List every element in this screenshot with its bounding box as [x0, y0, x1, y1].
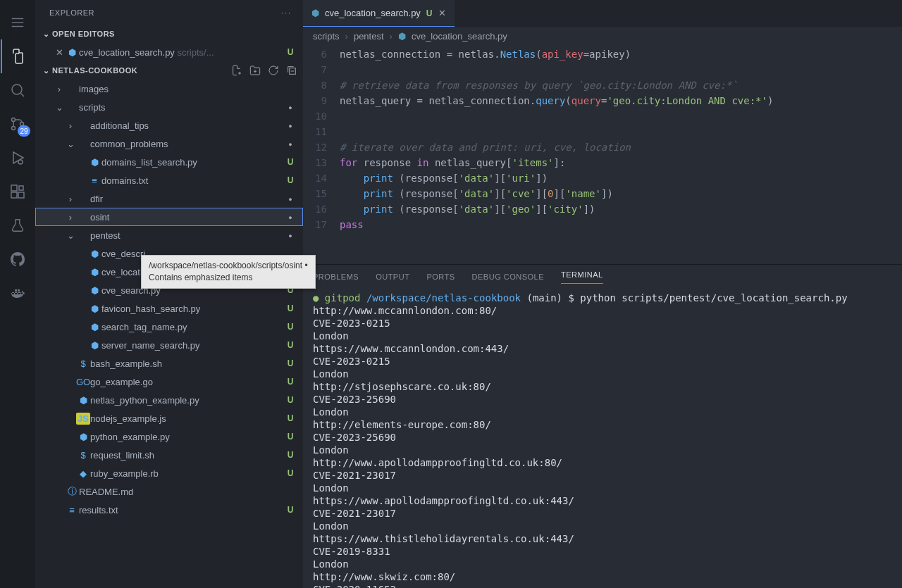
- item-label: bash_example.sh: [90, 358, 285, 369]
- folder-item[interactable]: ›images: [35, 80, 303, 98]
- file-item[interactable]: GOgo_example.goU: [35, 373, 303, 391]
- explorer-title: EXPLORER: [49, 8, 94, 17]
- folder-item[interactable]: ›additional_tips: [35, 116, 303, 135]
- line-number: 14: [303, 170, 340, 186]
- code-line[interactable]: # iterate over data and print: uri, cve,…: [340, 139, 631, 155]
- item-label: python_example.py: [90, 432, 285, 442]
- refresh-icon[interactable]: [268, 65, 279, 76]
- chevron-down-icon: ⌄: [41, 66, 52, 75]
- sidebar-header: EXPLORER ···: [35, 0, 303, 25]
- close-icon[interactable]: ✕: [438, 8, 446, 18]
- more-icon[interactable]: ···: [281, 8, 292, 17]
- file-item[interactable]: ⬢netlas_python_example.pyU: [35, 391, 303, 409]
- terminal[interactable]: ● gitpod /workspace/netlas-cookbook (mai…: [303, 289, 902, 588]
- menu-icon[interactable]: [1, 6, 35, 39]
- docker-icon[interactable]: [1, 276, 35, 310]
- panel-tab-output[interactable]: OUTPUT: [376, 273, 409, 281]
- folder-item[interactable]: ›dfir: [35, 189, 303, 208]
- run-debug-icon[interactable]: [1, 141, 35, 175]
- chevron-down-icon: ⌄: [41, 30, 52, 39]
- svg-point-6: [12, 127, 16, 130]
- file-item[interactable]: ⬢search_tag_name.pyU: [35, 318, 303, 336]
- item-label: images: [79, 84, 285, 94]
- folder-item[interactable]: ⌄common_problems: [35, 135, 303, 153]
- item-label: common_problems: [90, 139, 285, 149]
- testing-icon[interactable]: [1, 208, 35, 242]
- file-item[interactable]: ⬢domains_list_search.pyU: [35, 153, 303, 171]
- line-number: 13: [303, 155, 340, 170]
- folder-item[interactable]: ⌄scripts: [35, 98, 303, 116]
- file-item[interactable]: ⬢server_name_search.pyU: [35, 336, 303, 354]
- py-file-icon: ⬢: [87, 157, 101, 168]
- source-control-icon[interactable]: 29: [1, 107, 35, 141]
- md-file-icon: ⓘ: [65, 485, 79, 498]
- scm-badge: 29: [18, 125, 30, 137]
- activity-bar: 29: [0, 0, 35, 588]
- py-file-icon: ⬢: [87, 322, 101, 332]
- explorer-icon[interactable]: [1, 39, 35, 73]
- new-file-icon[interactable]: [231, 65, 242, 76]
- chevron-icon: ⌄: [65, 139, 76, 149]
- git-status: U: [285, 304, 296, 313]
- py-file-icon: ⬢: [76, 395, 90, 406]
- panel-tab-terminal[interactable]: TERMINAL: [561, 270, 603, 284]
- code-line[interactable]: netlas_connection = netlas.Netlas(api_ke…: [340, 46, 631, 62]
- open-editors-header[interactable]: ⌄ OPEN EDITORS: [35, 25, 303, 43]
- python-icon: ⬢: [311, 8, 319, 18]
- svg-line-4: [21, 94, 25, 97]
- item-label: domains_list_search.py: [101, 157, 285, 168]
- file-item[interactable]: ◆ruby_example.rbU: [35, 464, 303, 482]
- git-status: U: [285, 432, 296, 442]
- panel-tab-debug-console[interactable]: DEBUG CONSOLE: [472, 273, 544, 281]
- line-number: 12: [303, 139, 340, 155]
- panel-tab-ports[interactable]: PORTS: [426, 273, 455, 281]
- code-line[interactable]: netlas_query = netlas_connection.query(q…: [340, 93, 773, 108]
- file-item[interactable]: ⬢favicon_hash_search.pyU: [35, 299, 303, 318]
- open-editor-item[interactable]: ✕ ⬢ cve_location_search.py scripts/... U: [35, 43, 303, 61]
- code-line[interactable]: print (response['data']['uri']): [340, 170, 548, 186]
- sh-file-icon: $: [76, 450, 90, 461]
- code-line[interactable]: print (response['data']['cve'][0]['name'…: [340, 186, 613, 201]
- chevron-icon: ⌄: [65, 230, 76, 241]
- new-folder-icon[interactable]: [249, 65, 261, 76]
- breadcrumbs[interactable]: scripts› pentest› ⬢ cve_location_search.…: [303, 27, 902, 45]
- js-file-icon: JS: [76, 413, 90, 425]
- github-icon[interactable]: [1, 242, 35, 276]
- code-line[interactable]: print (response['data']['geo']['city']): [340, 201, 595, 217]
- file-item[interactable]: $request_limit.shU: [35, 446, 303, 464]
- file-item[interactable]: ⬢python_example.pyU: [35, 427, 303, 446]
- search-icon[interactable]: [1, 73, 35, 107]
- file-item[interactable]: ≡results.txtU: [35, 501, 303, 519]
- workspace-header[interactable]: ⌄ NETLAS-COOKBOOK: [35, 61, 303, 80]
- py-file-icon: ⬢: [76, 432, 90, 442]
- file-tree: ›images⌄scripts›additional_tips⌄common_p…: [35, 80, 303, 588]
- python-icon: ⬢: [398, 31, 406, 42]
- git-status: [285, 102, 296, 112]
- item-label: pentest: [90, 230, 285, 241]
- close-icon[interactable]: ✕: [54, 47, 65, 58]
- panel-tab-problems[interactable]: PROBLEMS: [313, 273, 359, 281]
- folder-item[interactable]: ⌄pentest: [35, 226, 303, 244]
- editor-tab[interactable]: ⬢ cve_location_search.py U ✕: [303, 0, 455, 27]
- code-line[interactable]: # retrieve data from responses by query …: [340, 77, 738, 93]
- txt-file-icon: ≡: [87, 175, 101, 186]
- chevron-icon: ›: [65, 120, 76, 131]
- code-line[interactable]: pass: [340, 217, 364, 232]
- file-item[interactable]: $bash_example.shU: [35, 354, 303, 373]
- git-status: U: [285, 157, 296, 167]
- code-editor[interactable]: 6netlas_connection = netlas.Netlas(api_k…: [303, 45, 902, 264]
- item-label: scripts: [79, 102, 285, 113]
- collapse-all-icon[interactable]: [286, 65, 297, 76]
- file-item[interactable]: ⓘREADME.md: [35, 482, 303, 501]
- editor-tabs: ⬢ cve_location_search.py U ✕: [303, 0, 902, 27]
- file-item[interactable]: JSnodejs_example.jsU: [35, 409, 303, 427]
- line-number: 10: [303, 108, 340, 124]
- svg-rect-11: [11, 192, 17, 198]
- file-item[interactable]: ≡domains.txtU: [35, 171, 303, 189]
- item-label: osint: [90, 212, 285, 223]
- svg-rect-10: [11, 185, 17, 191]
- code-line[interactable]: for response in netlas_query['items']:: [340, 155, 565, 170]
- extensions-icon[interactable]: [1, 175, 35, 208]
- item-label: dfir: [90, 194, 285, 204]
- folder-item[interactable]: ›osint: [35, 208, 303, 226]
